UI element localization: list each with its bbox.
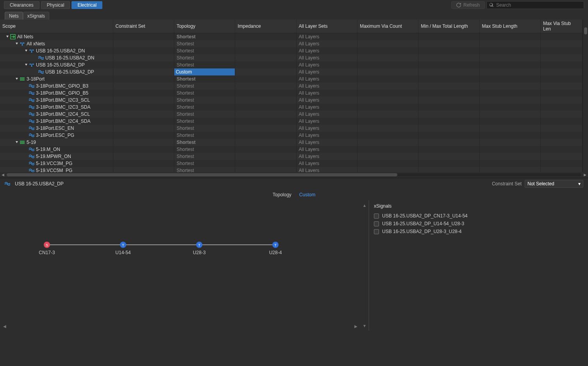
topology-cell[interactable]: Shortest xyxy=(174,40,235,47)
all-layers-cell[interactable]: All Layers xyxy=(296,83,357,90)
table-row[interactable]: 3-18Port.BMC_I2C3_SCLShortestAll Layers xyxy=(0,97,583,104)
topology-tab-custom[interactable]: Custom xyxy=(299,192,315,197)
table-row[interactable]: USB 16-25.USBA2_DNShortestAll Layers xyxy=(0,47,583,54)
all-layers-cell[interactable]: All Layers xyxy=(296,33,357,41)
checkbox[interactable] xyxy=(374,229,379,234)
subtab-nets[interactable]: Nets xyxy=(5,12,23,20)
all-layers-cell[interactable]: All Layers xyxy=(296,118,357,125)
table-row[interactable]: 3-18Port.BMC_I2C3_SDAShortestAll Layers xyxy=(0,104,583,111)
all-layers-cell[interactable]: All Layers xyxy=(296,68,357,75)
table-row[interactable]: 5-19ShortestAll Layers xyxy=(0,139,583,146)
expand-triangle-icon[interactable] xyxy=(15,42,19,46)
all-layers-cell[interactable]: All Layers xyxy=(296,104,357,111)
all-layers-cell[interactable]: All Layers xyxy=(296,139,357,146)
col-max-via-stub-len[interactable]: Max Via Stub Len xyxy=(540,20,582,33)
expand-triangle-icon[interactable] xyxy=(15,140,19,144)
topology-cell[interactable]: Shortest xyxy=(174,83,235,90)
topology-cell[interactable]: Shortest xyxy=(174,118,235,125)
table-row[interactable]: All NetsShortestAll Layers xyxy=(0,33,583,41)
search-input[interactable] xyxy=(496,2,581,8)
all-layers-cell[interactable]: All Layers xyxy=(296,125,357,132)
checkbox[interactable] xyxy=(374,214,379,219)
topology-cell[interactable]: Shortest xyxy=(174,111,235,118)
horizontal-scrollbar[interactable]: ◀ ▶ xyxy=(0,172,588,178)
table-row[interactable]: 5-19.VCC5M_PGShortestAll Layers xyxy=(0,167,583,172)
topology-cell[interactable]: Shortest xyxy=(174,97,235,104)
table-row[interactable]: 3-18Port.ESC_ENShortestAll Layers xyxy=(0,125,583,132)
col-max-stub-length[interactable]: Max Stub Length xyxy=(479,20,540,33)
zoom-out-icon[interactable]: ▾ xyxy=(363,323,366,328)
table-row[interactable]: 5-19.M_ONShortestAll Layers xyxy=(0,146,583,153)
col-constraint-set[interactable]: Constraint Set xyxy=(113,20,174,33)
col-scope[interactable]: Scope xyxy=(0,20,113,33)
topology-cell[interactable]: Shortest xyxy=(174,125,235,132)
topology-cell[interactable]: Shortest xyxy=(174,153,235,160)
zoom-in-icon[interactable]: ▴ xyxy=(363,203,366,208)
topology-cell[interactable]: Shortest xyxy=(174,146,235,153)
col-minmax-total-length[interactable]: Min / Max Total Length xyxy=(418,20,479,33)
expand-triangle-icon[interactable] xyxy=(15,77,19,81)
topology-cell[interactable]: Shortest xyxy=(174,54,235,61)
all-layers-cell[interactable]: All Layers xyxy=(296,40,357,47)
topology-cell[interactable]: Shortest xyxy=(174,90,235,97)
tab-physical[interactable]: Physical xyxy=(41,1,70,9)
search-box[interactable] xyxy=(486,1,584,9)
scroll-right-icon[interactable]: ▶ xyxy=(584,173,586,177)
all-layers-cell[interactable]: All Layers xyxy=(296,160,357,167)
table-row[interactable]: 3-18Port.ESC_PGShortestAll Layers xyxy=(0,132,583,139)
all-layers-cell[interactable]: All Layers xyxy=(296,111,357,118)
constraint-set-select[interactable]: Not Selected ▾ xyxy=(525,180,583,188)
topology-cell[interactable]: Shortest xyxy=(174,139,235,146)
col-max-via-count[interactable]: Maximum Via Count xyxy=(357,20,418,33)
topology-cell[interactable]: Custom xyxy=(174,68,235,75)
canvas-scroll-left-icon[interactable]: ◀ xyxy=(3,324,6,328)
all-layers-cell[interactable]: All Layers xyxy=(296,75,357,83)
topology-cell[interactable]: Shortest xyxy=(174,132,235,139)
expand-triangle-icon[interactable] xyxy=(24,49,28,53)
checkbox[interactable] xyxy=(374,221,379,226)
topology-cell[interactable]: Shortest xyxy=(174,61,235,68)
xsignal-item[interactable]: USB 16-25.USBA2_DP_U28-3_U28-4 xyxy=(374,228,583,235)
all-layers-cell[interactable]: All Layers xyxy=(296,153,357,160)
topology-cell[interactable]: Shortest xyxy=(174,104,235,111)
table-row[interactable]: 3-18Port.BMC_I2C4_SDAShortestAll Layers xyxy=(0,118,583,125)
all-layers-cell[interactable]: All Layers xyxy=(296,132,357,139)
table-row[interactable]: 3-18Port.BMC_GPIO_B3ShortestAll Layers xyxy=(0,83,583,90)
refresh-button[interactable]: Refresh xyxy=(451,1,485,9)
all-layers-cell[interactable]: All Layers xyxy=(296,167,357,172)
tab-clearances[interactable]: Clearances xyxy=(4,1,39,9)
table-row[interactable]: 3-18Port.BMC_I2C4_SCLShortestAll Layers xyxy=(0,111,583,118)
canvas-scroll-right-icon[interactable]: ▶ xyxy=(354,324,357,328)
col-impedance[interactable]: Impedance xyxy=(235,20,296,33)
topology-tab-topology[interactable]: Topology xyxy=(273,192,291,197)
all-layers-cell[interactable]: All Layers xyxy=(296,146,357,153)
constraints-table[interactable]: Scope Constraint Set Topology Impedance … xyxy=(0,20,583,172)
table-row[interactable]: USB 16-25.USBA2_DPShortestAll Layers xyxy=(0,61,583,68)
all-layers-cell[interactable]: All Layers xyxy=(296,90,357,97)
table-row[interactable]: All xNetsShortestAll Layers xyxy=(0,40,583,47)
subtab-xsignals[interactable]: xSignals xyxy=(23,12,49,20)
col-topology[interactable]: Topology xyxy=(174,20,235,33)
topology-canvas[interactable]: SCN17-3TU14-54TU28-3TU28-4 ◀ ▶ xyxy=(0,200,361,331)
table-row[interactable]: 3-18Port.BMC_GPIO_B5ShortestAll Layers xyxy=(0,90,583,97)
xsignal-item[interactable]: USB 16-25.USBA2_DP_CN17-3_U14-54 xyxy=(374,212,583,220)
xsignal-item[interactable]: USB 16-25.USBA2_DP_U14-54_U28-3 xyxy=(374,220,583,228)
col-all-layer-sets[interactable]: All Layer Sets xyxy=(296,20,357,33)
scroll-left-icon[interactable]: ◀ xyxy=(2,173,4,177)
table-row[interactable]: 5-19.VCC3M_PGShortestAll Layers xyxy=(0,160,583,167)
vertical-scrollbar[interactable] xyxy=(583,20,588,172)
table-row[interactable]: USB 16-25.USBA2_DPCustomAll Layers xyxy=(0,68,583,75)
table-row[interactable]: 5-19.MPWR_ONShortestAll Layers xyxy=(0,153,583,160)
topology-cell[interactable]: Shortest xyxy=(174,160,235,167)
topology-cell[interactable]: Shortest xyxy=(174,75,235,83)
all-layers-cell[interactable]: All Layers xyxy=(296,61,357,68)
table-row[interactable]: USB 16-25.USBA2_DNShortestAll Layers xyxy=(0,54,583,61)
all-layers-cell[interactable]: All Layers xyxy=(296,54,357,61)
topology-cell[interactable]: Shortest xyxy=(174,47,235,54)
table-row[interactable]: 3-18PortShortestAll Layers xyxy=(0,75,583,83)
topology-cell[interactable]: Shortest xyxy=(174,167,235,172)
all-layers-cell[interactable]: All Layers xyxy=(296,47,357,54)
expand-triangle-icon[interactable] xyxy=(5,35,9,39)
all-layers-cell[interactable]: All Layers xyxy=(296,97,357,104)
expand-triangle-icon[interactable] xyxy=(24,63,28,67)
